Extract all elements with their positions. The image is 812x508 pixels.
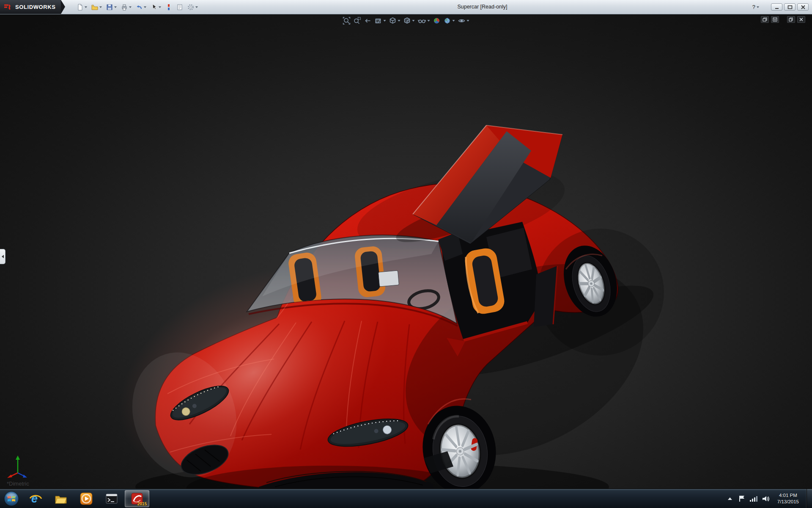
view-orientation-cube-icon xyxy=(389,17,397,25)
clock-time: 4:01 PM xyxy=(777,492,799,499)
show-desktop-button[interactable] xyxy=(807,489,812,508)
folder-icon xyxy=(54,493,68,505)
options-gear-icon xyxy=(187,4,194,11)
command-prompt-icon xyxy=(105,493,118,505)
glasses-icon xyxy=(418,17,426,25)
help-label: ? xyxy=(752,4,755,10)
new-document-button[interactable] xyxy=(75,2,88,13)
internet-explorer-icon: e xyxy=(29,492,42,505)
previous-view-icon xyxy=(364,17,372,25)
apply-scene-button[interactable] xyxy=(443,16,456,26)
open-document-button[interactable] xyxy=(90,2,103,13)
open-folder-icon xyxy=(91,4,98,11)
zoom-to-area-button[interactable] xyxy=(353,16,362,26)
zoom-to-area-icon xyxy=(354,17,361,25)
media-player-icon xyxy=(80,492,93,505)
restore-document-button[interactable] xyxy=(787,16,795,23)
select-cursor-icon xyxy=(151,4,157,11)
tile-windows-icon xyxy=(773,17,777,22)
solidworks-brand: SOLIDWORKS xyxy=(0,0,61,14)
section-view-button[interactable] xyxy=(374,16,387,26)
rebuild-icon xyxy=(165,4,172,11)
window-controls: ? xyxy=(750,0,809,14)
collapse-arrow-icon xyxy=(2,255,4,258)
save-button[interactable] xyxy=(105,2,118,13)
system-tray: 4:01 PM 7/13/2015 xyxy=(726,489,812,508)
print-icon xyxy=(121,4,128,11)
select-button[interactable] xyxy=(149,2,162,13)
hidden-icons-button[interactable] xyxy=(726,490,734,507)
appearance-ball-icon xyxy=(433,17,441,25)
restore-document-icon xyxy=(789,17,793,22)
close-button[interactable] xyxy=(797,3,809,11)
cascade-windows-button[interactable] xyxy=(761,16,769,23)
action-center-button[interactable] xyxy=(738,490,746,507)
section-view-icon xyxy=(375,17,382,25)
titlebar-toolbar xyxy=(75,2,199,13)
help-button[interactable]: ? xyxy=(750,3,762,11)
action-center-flag-icon xyxy=(738,495,745,502)
show-hidden-icons-icon xyxy=(727,496,733,501)
view-settings-button[interactable] xyxy=(457,16,470,26)
display-style-button[interactable] xyxy=(403,16,416,26)
windows-start-orb-icon xyxy=(3,491,19,507)
window-titlebar: SOLIDWORKS xyxy=(0,0,812,14)
speaker-icon xyxy=(762,495,769,502)
network-signal-icon xyxy=(749,495,758,502)
rebuild-button[interactable] xyxy=(164,2,173,13)
taskbar-command-prompt[interactable] xyxy=(99,490,124,507)
view-orientation-label: *Dimetric xyxy=(7,480,29,487)
close-icon xyxy=(801,5,806,9)
featuremanager-flyout-tab[interactable] xyxy=(0,249,5,264)
brand-text: SOLIDWORKS xyxy=(15,4,56,10)
taskbar-clock[interactable]: 4:01 PM 7/13/2015 xyxy=(773,492,803,505)
ie-letter: e xyxy=(31,492,38,505)
edit-appearance-button[interactable] xyxy=(432,16,442,26)
start-button[interactable] xyxy=(0,489,23,508)
taskbar-internet-explorer[interactable]: e xyxy=(23,490,48,507)
scene-globe-icon xyxy=(444,17,451,25)
windows-taskbar: e 2015 xyxy=(0,489,812,508)
document-window-controls xyxy=(761,16,805,23)
minimize-button[interactable] xyxy=(771,3,782,11)
zoom-to-fit-button[interactable] xyxy=(342,16,351,26)
hide-show-items-button[interactable] xyxy=(417,16,431,26)
options-button[interactable] xyxy=(186,2,199,13)
taskbar-solidworks-2015[interactable]: 2015 xyxy=(125,490,149,507)
new-document-icon xyxy=(77,4,83,11)
file-properties-icon xyxy=(176,4,183,11)
maximize-button[interactable] xyxy=(784,3,796,11)
undo-button[interactable] xyxy=(134,2,148,13)
display-style-icon xyxy=(403,17,411,25)
solidworks-logo-icon xyxy=(3,3,13,11)
zoom-to-fit-icon xyxy=(343,17,351,25)
file-properties-button[interactable] xyxy=(175,2,184,13)
save-icon xyxy=(106,4,113,11)
minimize-icon xyxy=(774,5,779,9)
taskbar-windows-explorer[interactable] xyxy=(49,490,73,507)
dashboard-screen xyxy=(379,271,399,287)
close-document-button[interactable] xyxy=(797,16,805,23)
orientation-triad xyxy=(7,454,33,480)
supercar-model[interactable] xyxy=(0,14,812,489)
window-title: Supercar [Read-only] xyxy=(457,0,507,14)
maximize-icon xyxy=(787,5,793,9)
previous-view-button[interactable] xyxy=(363,16,373,26)
view-settings-eye-icon xyxy=(458,17,466,25)
heads-up-view-toolbar xyxy=(342,16,470,26)
close-document-icon xyxy=(799,17,804,22)
print-button[interactable] xyxy=(120,2,133,13)
taskbar-media-player[interactable] xyxy=(74,490,99,507)
volume-button[interactable] xyxy=(761,490,770,507)
tile-windows-button[interactable] xyxy=(771,16,779,23)
undo-icon xyxy=(136,4,143,11)
view-orientation-button[interactable] xyxy=(388,16,401,26)
network-button[interactable] xyxy=(749,490,758,507)
side-intake[interactable] xyxy=(534,266,557,327)
menu-expand-arrow[interactable] xyxy=(61,0,65,14)
graphics-area[interactable]: *Dimetric xyxy=(0,14,812,489)
solidworks-version-badge: 2015 xyxy=(137,502,147,506)
clock-date: 7/13/2015 xyxy=(777,499,799,505)
cascade-windows-icon xyxy=(763,17,767,22)
